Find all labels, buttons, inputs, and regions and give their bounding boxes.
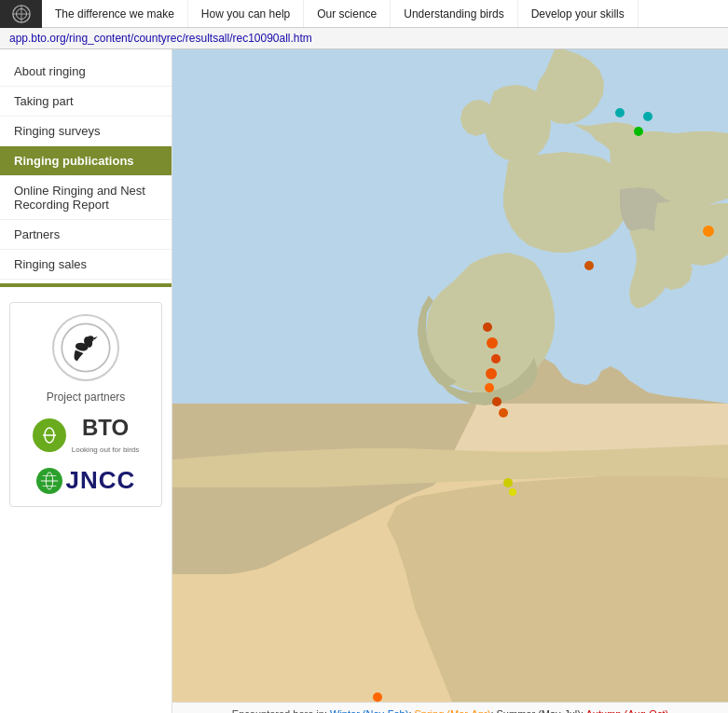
map-container — [172, 49, 728, 702]
map-dot-15 — [373, 692, 382, 702]
sidebar-item-ringing-publications[interactable]: Ringing publications — [0, 146, 172, 176]
map-dot-6 — [483, 322, 492, 332]
legend-autumn[interactable]: Autumn (Aug-Oct) — [586, 708, 669, 713]
legend-winter[interactable]: Winter (Nov-Feb) — [330, 708, 408, 713]
bto-name: BTO — [82, 415, 129, 440]
url-bar: app.bto.org/ring_content/countyrec/resul… — [0, 28, 728, 49]
url-text: app.bto.org/ring_content/countyrec/resul… — [9, 32, 312, 45]
legend-bar: Encountered here in: Winter (Nov-Feb); S… — [172, 702, 728, 713]
nav-items: The difference we make How you can help … — [42, 0, 728, 27]
nav-item-understanding[interactable]: Understanding birds — [391, 0, 517, 27]
partner-box: Project partners BTO Looking out for bir… — [9, 302, 162, 507]
map-dot-5 — [584, 261, 594, 270]
map-dot-9 — [486, 368, 497, 379]
map-area: Encountered here in: Winter (Nov-Feb); S… — [172, 49, 728, 713]
sidebar-item-ringing-sales[interactable]: Ringing sales — [0, 250, 172, 280]
legend-summer: Summer (May-Jul) — [497, 708, 581, 713]
map-dot-14 — [509, 488, 516, 496]
sidebar: About ringing Taking part Ringing survey… — [0, 49, 172, 713]
map-dot-13 — [503, 478, 513, 487]
map-dot-2 — [643, 112, 652, 121]
partner-title: Project partners — [18, 391, 154, 404]
map-dot-10 — [485, 383, 494, 392]
bto-icon — [33, 418, 66, 452]
map-svg — [172, 49, 728, 702]
site-logo[interactable] — [0, 0, 42, 28]
top-navigation: The difference we make How you can help … — [0, 0, 728, 28]
map-dot-11 — [492, 397, 501, 406]
nav-item-difference[interactable]: The difference we make — [42, 0, 188, 27]
sidebar-divider — [0, 283, 172, 287]
nav-item-help[interactable]: How you can help — [188, 0, 304, 27]
sidebar-item-partners[interactable]: Partners — [0, 220, 172, 250]
bird-logo — [52, 314, 119, 381]
sidebar-item-taking-part[interactable]: Taking part — [0, 87, 172, 117]
bto-logo[interactable]: BTO Looking out for birds — [18, 415, 154, 455]
map-dot-1 — [615, 108, 625, 117]
legend-spring[interactable]: Spring (Mar-Apr) — [415, 708, 491, 713]
nav-item-skills[interactable]: Develop your skills — [518, 0, 639, 27]
sidebar-item-online-report[interactable]: Online Ringing and Nest Recording Report — [0, 176, 172, 220]
sidebar-item-ringing-surveys[interactable]: Ringing surveys — [0, 117, 172, 146]
map-dot-8 — [491, 354, 501, 363]
map-dot-4 — [703, 226, 714, 237]
legend-prefix: Encountered here in: — [232, 708, 330, 713]
jncc-name: JNCC — [66, 466, 136, 495]
map-dot-7 — [487, 337, 498, 349]
svg-point-7 — [88, 336, 94, 342]
nav-item-science[interactable]: Our science — [304, 0, 391, 27]
jncc-globe-icon — [36, 468, 62, 494]
map-dot-3 — [634, 127, 643, 136]
bto-subtitle: Looking out for birds — [72, 446, 140, 454]
bto-text-block: BTO Looking out for birds — [72, 415, 140, 455]
main-layout: About ringing Taking part Ringing survey… — [0, 49, 728, 713]
jncc-logo[interactable]: JNCC — [18, 466, 154, 495]
sidebar-item-about-ringing[interactable]: About ringing — [0, 57, 172, 87]
map-dot-12 — [499, 408, 508, 418]
